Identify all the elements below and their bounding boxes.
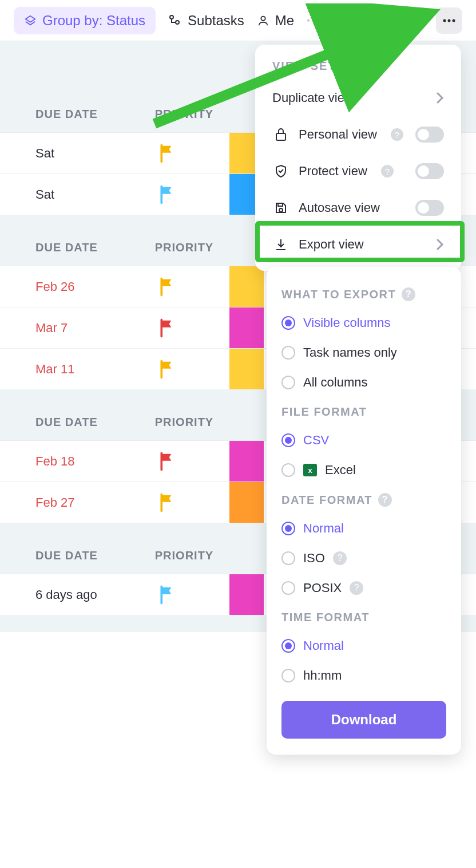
svg-rect-11 (276, 133, 285, 140)
due-date-cell[interactable]: Feb 18 (35, 454, 133, 469)
due-date-cell[interactable]: Sat (35, 146, 133, 161)
radio-label: Normal (303, 521, 344, 536)
status-cell[interactable] (229, 307, 264, 348)
flag-icon (158, 277, 176, 297)
me-filter-button[interactable]: Me (257, 13, 294, 29)
export-options-panel: WHAT TO EXPORT ? Visible columns Task na… (267, 267, 461, 755)
subtasks-label: Subtasks (188, 13, 244, 29)
shield-icon (272, 164, 289, 178)
radio-option[interactable]: POSIX ? (281, 573, 446, 603)
priority-cell[interactable] (133, 493, 201, 512)
assignees-button[interactable] (323, 14, 338, 27)
radio-button[interactable] (281, 639, 295, 653)
radio-label: Normal (303, 638, 344, 653)
radio-option[interactable]: Normal (281, 631, 446, 661)
menu-label: Duplicate view (272, 90, 354, 105)
layers-icon (24, 14, 37, 27)
column-header-priority: PRIORITY (155, 549, 213, 562)
autosave-view-item[interactable]: Autosave view (255, 190, 461, 226)
help-icon[interactable]: ? (402, 287, 415, 301)
radio-button[interactable] (281, 376, 295, 389)
svg-point-9 (453, 19, 455, 22)
priority-cell[interactable] (133, 585, 201, 605)
priority-cell[interactable] (133, 452, 201, 471)
radio-option[interactable]: x Excel (281, 455, 446, 485)
flag-icon (158, 318, 176, 338)
status-cell[interactable] (229, 574, 264, 615)
menu-label: Protect view (299, 164, 367, 179)
status-cell[interactable] (229, 482, 264, 523)
more-options-button[interactable] (436, 7, 462, 34)
column-header-priority: PRIORITY (155, 416, 213, 429)
help-icon[interactable]: ? (333, 551, 347, 565)
svg-point-13 (279, 208, 283, 212)
priority-cell[interactable] (133, 360, 201, 379)
flag-icon (158, 360, 176, 379)
svg-point-1 (170, 15, 173, 19)
radio-button[interactable] (281, 316, 295, 330)
svg-point-5 (332, 17, 335, 21)
radio-button[interactable] (281, 551, 295, 565)
status-cell[interactable] (229, 266, 264, 307)
toggle-switch[interactable] (415, 163, 444, 179)
radio-option[interactable]: All columns (281, 368, 446, 397)
due-date-cell[interactable]: Mar 7 (35, 321, 133, 336)
radio-option[interactable]: Visible columns (281, 308, 446, 338)
radio-button[interactable] (281, 581, 295, 595)
download-icon (272, 238, 289, 251)
show-button[interactable]: Show (357, 13, 412, 29)
priority-cell[interactable] (133, 185, 201, 204)
radio-label: All columns (303, 375, 367, 390)
save-icon (272, 202, 289, 214)
toggle-switch[interactable] (415, 127, 444, 143)
priority-cell[interactable] (133, 277, 201, 297)
radio-option[interactable]: Normal (281, 514, 446, 543)
download-button[interactable]: Download (281, 701, 446, 739)
personal-view-item[interactable]: Personal view ? (255, 116, 461, 153)
radio-option[interactable]: Task names only (281, 338, 446, 368)
flag-icon (158, 585, 176, 605)
me-label: Me (275, 13, 294, 29)
column-header-priority: PRIORITY (155, 241, 213, 254)
radio-label: ISO (303, 551, 325, 566)
help-icon[interactable]: ? (378, 493, 392, 507)
duplicate-view-item[interactable]: Duplicate view (255, 80, 461, 116)
subtasks-icon (168, 14, 182, 27)
due-date-cell[interactable]: 6 days ago (35, 587, 133, 602)
due-date-cell[interactable]: Sat (35, 187, 133, 202)
section-title: FILE FORMAT (281, 405, 446, 419)
help-icon[interactable]: ? (391, 128, 403, 141)
column-header-priority: PRIORITY (155, 108, 213, 121)
view-settings-panel: VIEW SETTINGS Duplicate view Personal vi… (255, 45, 461, 271)
due-date-cell[interactable]: Feb 27 (35, 495, 133, 510)
export-view-item[interactable]: Export view (255, 226, 461, 263)
radio-option[interactable]: hh:mm (281, 661, 446, 691)
column-header-due-date: DUE DATE (35, 241, 98, 254)
priority-cell[interactable] (133, 318, 201, 338)
subtasks-button[interactable]: Subtasks (168, 13, 244, 29)
radio-button[interactable] (281, 463, 295, 477)
radio-button[interactable] (281, 669, 295, 682)
due-date-cell[interactable]: Mar 11 (35, 362, 133, 377)
help-icon[interactable]: ? (381, 165, 394, 177)
radio-label: Task names only (303, 345, 397, 360)
radio-option[interactable]: ISO ? (281, 543, 446, 573)
svg-point-8 (448, 19, 451, 22)
radio-button[interactable] (281, 522, 295, 535)
help-icon[interactable]: ? (350, 581, 363, 595)
group-by-pill[interactable]: Group by: Status (14, 7, 156, 34)
radio-label: POSIX (303, 581, 342, 595)
priority-cell[interactable] (133, 144, 201, 163)
radio-button[interactable] (281, 346, 295, 360)
menu-label: Personal view (299, 127, 377, 142)
section-title: TIME FORMAT (281, 611, 446, 624)
toggle-switch[interactable] (415, 200, 444, 216)
status-cell[interactable] (229, 349, 264, 389)
column-header-due-date: DUE DATE (35, 416, 98, 429)
radio-button[interactable] (281, 433, 295, 447)
radio-option[interactable]: CSV (281, 425, 446, 455)
status-cell[interactable] (229, 441, 264, 482)
protect-view-item[interactable]: Protect view ? (255, 153, 461, 190)
due-date-cell[interactable]: Feb 26 (35, 279, 133, 294)
flag-icon (158, 185, 176, 204)
